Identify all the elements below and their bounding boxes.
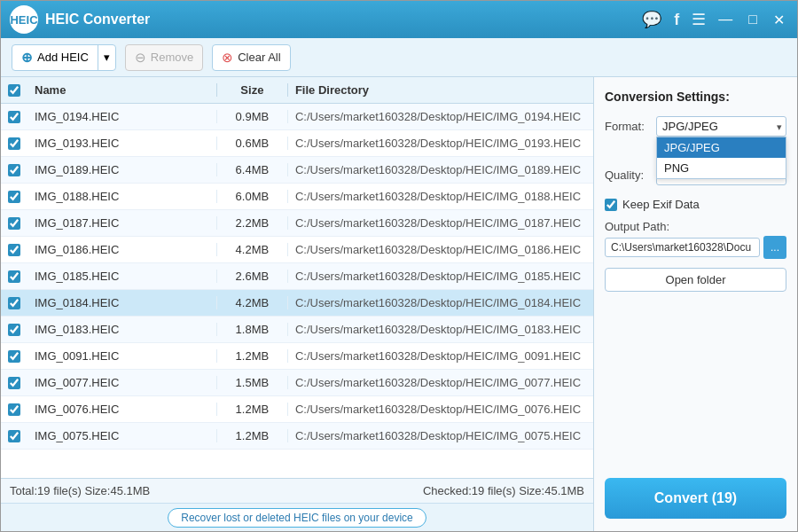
row-checkbox-cell — [1, 270, 27, 283]
row-checkbox[interactable] — [8, 270, 20, 283]
row-checkbox[interactable] — [8, 244, 20, 256]
output-path-input[interactable] — [605, 238, 760, 257]
row-checkbox-cell — [1, 350, 27, 363]
row-directory: C:/Users/market160328/Desktop/HEIC/IMG_0… — [288, 376, 593, 389]
row-checkbox[interactable] — [8, 430, 20, 442]
row-directory: C:/Users/market160328/Desktop/HEIC/IMG_0… — [288, 323, 593, 336]
row-checkbox[interactable] — [8, 377, 20, 389]
format-label: Format: — [605, 120, 651, 133]
quality-label: Quality: — [605, 168, 651, 182]
add-heic-label: Add HEIC — [37, 51, 89, 64]
row-filename: IMG_0091.HEIC — [27, 349, 217, 363]
table-row[interactable]: IMG_0186.HEIC 4.2MB C:/Users/market16032… — [1, 237, 593, 263]
status-bar: Total:19 file(s) Size:45.1MB Checked:19 … — [1, 478, 593, 503]
row-size: 1.2MB — [217, 403, 288, 416]
convert-button[interactable]: Convert (19) — [605, 478, 786, 519]
row-checkbox[interactable] — [8, 403, 20, 416]
table-row[interactable]: IMG_0194.HEIC 0.9MB C:/Users/market16032… — [1, 104, 593, 130]
row-size: 2.6MB — [217, 270, 288, 283]
row-directory: C:/Users/market160328/Desktop/HEIC/IMG_0… — [288, 270, 593, 283]
row-filename: IMG_0076.HEIC — [27, 403, 217, 416]
row-checkbox[interactable] — [8, 164, 20, 176]
row-size: 1.5MB — [217, 376, 288, 389]
browse-button[interactable]: ... — [763, 236, 786, 259]
toolbar: ⊕ Add HEIC ▾ ⊖ Remove ⊗ Clear All — [1, 38, 797, 77]
clear-all-button[interactable]: ⊗ Clear All — [212, 44, 290, 71]
row-checkbox[interactable] — [8, 217, 20, 230]
table-row[interactable]: IMG_0183.HEIC 1.8MB C:/Users/market16032… — [1, 317, 593, 343]
select-all-checkbox[interactable] — [8, 84, 20, 97]
table-row[interactable]: IMG_0185.HEIC 2.6MB C:/Users/market16032… — [1, 263, 593, 290]
table-row[interactable]: IMG_0187.HEIC 2.2MB C:/Users/market16032… — [1, 210, 593, 237]
table-row[interactable]: IMG_0076.HEIC 1.2MB C:/Users/market16032… — [1, 396, 593, 423]
row-checkbox-cell — [1, 164, 27, 176]
row-filename: IMG_0187.HEIC — [27, 216, 217, 230]
row-size: 6.4MB — [217, 163, 288, 176]
row-size: 4.2MB — [217, 296, 288, 309]
row-checkbox-cell — [1, 430, 27, 442]
add-heic-button[interactable]: ⊕ Add HEIC ▾ — [12, 44, 116, 71]
table-row[interactable]: IMG_0184.HEIC 4.2MB C:/Users/market16032… — [1, 290, 593, 317]
close-button[interactable]: ✕ — [770, 10, 788, 30]
menu-icon[interactable]: ☰ — [692, 10, 706, 29]
row-directory: C:/Users/market160328/Desktop/HEIC/IMG_0… — [288, 349, 593, 363]
row-size: 1.2MB — [217, 429, 288, 442]
row-directory: C:/Users/market160328/Desktop/HEIC/IMG_0… — [288, 216, 593, 230]
row-directory: C:/Users/market160328/Desktop/HEIC/IMG_0… — [288, 110, 593, 123]
row-checkbox[interactable] — [8, 111, 20, 123]
row-directory: C:/Users/market160328/Desktop/HEIC/IMG_0… — [288, 163, 593, 176]
row-filename: IMG_0077.HEIC — [27, 376, 217, 389]
header-size: Size — [217, 83, 288, 97]
open-folder-button[interactable]: Open folder — [605, 268, 786, 292]
row-size: 2.2MB — [217, 216, 288, 230]
table-row[interactable]: IMG_0091.HEIC 1.2MB C:/Users/market16032… — [1, 343, 593, 370]
file-list-area: Name Size File Directory IMG_0194.HEIC 0… — [1, 77, 593, 531]
row-checkbox[interactable] — [8, 350, 20, 363]
row-directory: C:/Users/market160328/Desktop/HEIC/IMG_0… — [288, 296, 593, 309]
row-checkbox[interactable] — [8, 191, 20, 203]
format-select[interactable]: JPG/JPEG PNG — [656, 116, 786, 137]
row-filename: IMG_0194.HEIC — [27, 110, 217, 123]
right-panel: Conversion Settings: Format: JPG/JPEG PN… — [593, 77, 797, 531]
total-status: Total:19 file(s) Size:45.1MB — [10, 484, 150, 497]
table-header: Name Size File Directory — [1, 77, 593, 104]
chevron-down-icon: ▾ — [104, 51, 110, 64]
facebook-icon[interactable]: f — [674, 11, 679, 29]
row-checkbox-cell — [1, 297, 27, 309]
titlebar-icons: 💬 f ☰ — [642, 10, 706, 29]
table-row[interactable]: IMG_0075.HEIC 1.2MB C:/Users/market16032… — [1, 423, 593, 450]
chat-icon[interactable]: 💬 — [642, 10, 661, 29]
row-filename: IMG_0189.HEIC — [27, 163, 217, 176]
row-checkbox-cell — [1, 244, 27, 256]
window-controls: — □ ✕ — [715, 10, 788, 30]
table-body[interactable]: IMG_0194.HEIC 0.9MB C:/Users/market16032… — [1, 104, 593, 478]
dropdown-item-png[interactable]: PNG — [657, 158, 786, 178]
dropdown-item-jpg[interactable]: JPG/JPEG — [657, 137, 786, 158]
add-heic-main[interactable]: ⊕ Add HEIC — [12, 45, 98, 70]
panel-title: Conversion Settings: — [605, 90, 786, 104]
remove-button[interactable]: ⊖ Remove — [125, 44, 203, 71]
recover-link[interactable]: Recover lost or deleted HEIC files on yo… — [168, 508, 426, 528]
minimize-button[interactable]: — — [715, 10, 736, 30]
add-heic-dropdown-arrow[interactable]: ▾ — [98, 46, 115, 68]
row-size: 6.0MB — [217, 190, 288, 203]
output-section: Output Path: ... — [605, 220, 786, 259]
maximize-button[interactable]: □ — [745, 10, 761, 30]
row-checkbox[interactable] — [8, 137, 20, 150]
table-row[interactable]: IMG_0077.HEIC 1.5MB C:/Users/market16032… — [1, 370, 593, 396]
keep-exif-label: Keep Exif Data — [622, 198, 700, 211]
row-size: 1.8MB — [217, 323, 288, 336]
keep-exif-checkbox[interactable] — [605, 199, 617, 211]
format-dropdown[interactable]: JPG/JPEG PNG — [656, 137, 786, 179]
row-checkbox[interactable] — [8, 297, 20, 309]
row-filename: IMG_0193.HEIC — [27, 137, 217, 150]
row-directory: C:/Users/market160328/Desktop/HEIC/IMG_0… — [288, 429, 593, 442]
table-row[interactable]: IMG_0189.HEIC 6.4MB C:/Users/market16032… — [1, 157, 593, 184]
row-checkbox[interactable] — [8, 324, 20, 336]
logo-text: HEIC — [10, 13, 37, 27]
table-row[interactable]: IMG_0188.HEIC 6.0MB C:/Users/market16032… — [1, 184, 593, 210]
row-checkbox-cell — [1, 377, 27, 389]
table-row[interactable]: IMG_0193.HEIC 0.6MB C:/Users/market16032… — [1, 130, 593, 157]
main-window: HEIC HEIC Converter 💬 f ☰ — □ ✕ ⊕ Add HE… — [0, 0, 798, 532]
checked-status: Checked:19 file(s) Size:45.1MB — [423, 484, 584, 497]
